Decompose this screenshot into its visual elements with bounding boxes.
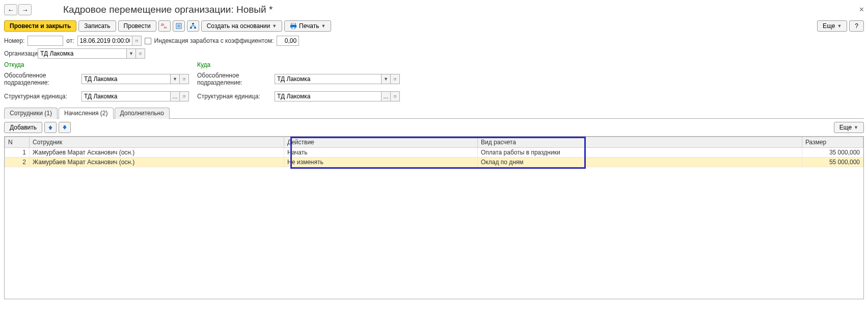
svg-rect-8 (194, 27, 196, 29)
structure-icon[interactable] (187, 20, 199, 32)
grid-more-button[interactable]: Еще ▼ (834, 122, 864, 133)
dropdown-button[interactable]: ▼ (382, 74, 391, 84)
ellipsis-button[interactable]: … (171, 91, 180, 101)
dropdown-button[interactable]: ▼ (127, 48, 136, 59)
open-external-icon[interactable] (180, 91, 189, 101)
arrow-down-icon (62, 124, 68, 131)
svg-rect-13 (291, 23, 295, 25)
forward-button[interactable]: → (18, 4, 32, 15)
table-row[interactable]: 2 Жамурбаев Марат Асханович (осн.) Не из… (5, 158, 863, 167)
more-button[interactable]: Еще ▼ (817, 20, 847, 32)
indexation-label: Индексация заработка с коэффициентом: (154, 37, 274, 44)
accruals-grid[interactable]: N Сотрудник Действие Вид расчета Размер … (4, 136, 864, 299)
chevron-down-icon: ▼ (837, 23, 842, 29)
tab-extra[interactable]: Дополнительно (115, 108, 170, 119)
svg-rect-15 (292, 27, 295, 29)
print-button[interactable]: Печать ▼ (284, 20, 331, 32)
tab-accruals[interactable]: Начисления (2) (59, 108, 114, 119)
org-label: Организация: (4, 50, 35, 57)
from-unit-input[interactable] (82, 91, 171, 101)
svg-rect-7 (190, 27, 192, 29)
move-up-button[interactable] (44, 122, 57, 133)
from-date-label: от: (66, 37, 74, 44)
create-based-on-button[interactable]: Создать на основании ▼ (201, 20, 282, 32)
table-row[interactable]: 1 Жамурбаев Марат Асханович (осн.) Начат… (5, 148, 863, 158)
from-sep-input[interactable] (82, 74, 171, 84)
arrow-up-icon (47, 124, 53, 131)
open-external-icon[interactable] (180, 74, 189, 84)
open-external-icon[interactable] (391, 91, 400, 101)
date-input[interactable] (77, 36, 132, 46)
post-button[interactable]: Провести (118, 20, 156, 32)
ellipsis-button[interactable]: … (382, 91, 391, 101)
close-icon[interactable]: × (859, 5, 864, 14)
svg-text:Кт: Кт (164, 26, 167, 29)
svg-rect-6 (192, 23, 194, 24)
calendar-icon[interactable] (132, 36, 142, 46)
from-sep-label: Обособленное подразделение: (4, 72, 78, 86)
indexation-input[interactable] (277, 36, 299, 46)
dropdown-button[interactable]: ▼ (171, 74, 180, 84)
page-title: Кадровое перемещение организации: Новый … (63, 4, 273, 15)
back-button[interactable]: ← (4, 4, 17, 15)
from-unit-label: Структурная единица: (4, 93, 78, 100)
move-down-button[interactable] (59, 122, 71, 133)
add-button[interactable]: Добавить (4, 122, 42, 133)
chevron-down-icon: ▼ (321, 23, 326, 29)
help-button[interactable]: ? (849, 20, 864, 32)
dt-kt-icon[interactable]: ДтКт (158, 20, 171, 32)
col-calc-type[interactable]: Вид расчета (478, 137, 802, 148)
number-label: Номер: (4, 37, 24, 44)
indexation-checkbox[interactable] (145, 38, 151, 44)
col-employee[interactable]: Сотрудник (30, 137, 284, 148)
to-sep-input[interactable] (275, 74, 382, 84)
printer-icon (290, 23, 297, 29)
open-external-icon[interactable] (391, 74, 400, 84)
chevron-down-icon: ▼ (272, 23, 277, 29)
to-section-header: Куда (197, 61, 400, 68)
svg-rect-16 (135, 40, 138, 42)
col-action[interactable]: Действие (284, 137, 478, 148)
to-unit-label: Структурная единица: (197, 93, 272, 100)
org-input[interactable] (38, 48, 127, 59)
post-and-close-button[interactable]: Провести и закрыть (4, 20, 76, 32)
open-external-icon[interactable] (136, 48, 145, 59)
save-button[interactable]: Записать (78, 20, 116, 32)
to-unit-input[interactable] (275, 91, 382, 101)
number-input[interactable] (28, 36, 63, 46)
chevron-down-icon: ▼ (854, 125, 858, 130)
col-size[interactable]: Размер (802, 137, 863, 148)
from-section-header: Откуда (4, 61, 189, 68)
tab-employees[interactable]: Сотрудники (1) (4, 108, 58, 119)
to-sep-label: Обособленное подразделение: (197, 72, 272, 86)
list-icon[interactable] (173, 20, 185, 32)
col-n[interactable]: N (5, 137, 30, 148)
